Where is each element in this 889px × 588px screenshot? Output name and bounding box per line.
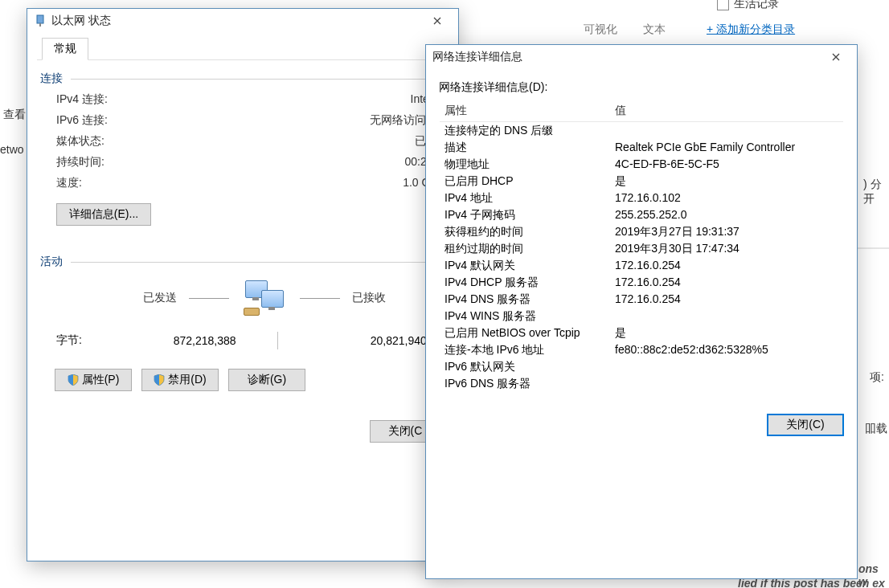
property-cell: 连接特定的 DNS 后缀: [440, 122, 610, 139]
status-titlebar[interactable]: 以太网 状态: [27, 9, 458, 33]
grid-header[interactable]: 属性 值: [440, 100, 843, 122]
arrow-left-icon: [189, 298, 229, 299]
ipv6-conn-label: IPv6 连接:: [56, 113, 108, 128]
table-row[interactable]: 连接特定的 DNS 后缀: [440, 122, 843, 139]
table-row[interactable]: IPv6 DNS 服务器: [440, 375, 843, 392]
bg-right-3: 吅载: [865, 422, 887, 436]
col-header-property[interactable]: 属性: [440, 102, 610, 120]
details-close-button[interactable]: 关闭(C): [767, 414, 844, 436]
property-cell: IPv4 子网掩码: [440, 206, 610, 223]
property-cell: 获得租约的时间: [440, 223, 610, 240]
close-icon: [832, 53, 840, 61]
table-row[interactable]: IPv4 地址172.16.0.102: [440, 190, 843, 206]
table-row[interactable]: 租约过期的时间2019年3月30日 17:47:34: [440, 240, 843, 257]
table-row[interactable]: 已启用 NetBIOS over Tcpip是: [440, 325, 843, 341]
shield-icon: [68, 374, 79, 386]
value-cell: 2019年3月27日 19:31:37: [610, 223, 843, 240]
property-cell: IPv6 DNS 服务器: [440, 375, 610, 392]
bytes-label: 字节:: [56, 333, 82, 348]
property-cell: 已启用 DHCP: [440, 173, 610, 190]
property-cell: IPv4 DHCP 服务器: [440, 274, 610, 291]
property-cell: IPv4 DNS 服务器: [440, 291, 610, 308]
ethernet-icon: [34, 14, 47, 27]
ipv4-conn-label: IPv4 连接:: [56, 92, 108, 107]
value-cell: 172.16.0.102: [610, 190, 843, 206]
value-cell: [610, 375, 843, 392]
details-button[interactable]: 详细信息(E)...: [56, 203, 151, 226]
value-cell: [610, 122, 843, 139]
property-cell: 租约过期的时间: [440, 240, 610, 257]
property-cell: IPv6 默认网关: [440, 358, 610, 375]
speed-label: 速度:: [56, 176, 82, 190]
duration-label: 持续时间:: [56, 155, 104, 169]
disable-button-label: 禁用(D): [168, 373, 206, 387]
property-cell: 描述: [440, 139, 610, 156]
property-cell: 连接-本地 IPv6 地址: [440, 341, 610, 358]
sent-label: 已发送: [56, 291, 177, 305]
col-header-value[interactable]: 值: [610, 102, 843, 120]
value-cell: 4C-ED-FB-6E-5C-F5: [610, 156, 843, 173]
status-title: 以太网 状态: [51, 14, 420, 28]
ethernet-status-dialog: 以太网 状态 常规 连接 IPv4 连接:Internet IPv6 连接:无网…: [27, 8, 459, 561]
value-cell: [610, 358, 843, 375]
value-cell: 2019年3月30日 17:47:34: [610, 240, 843, 257]
disable-button[interactable]: 禁用(D): [141, 369, 219, 391]
separator: [277, 332, 278, 349]
divider: [71, 262, 449, 263]
value-cell: 172.16.0.254: [610, 274, 843, 291]
properties-button[interactable]: 属性(P): [55, 369, 132, 391]
bytes-sent: 872,218,388: [124, 334, 236, 347]
network-computers-icon: [242, 279, 287, 317]
bg-right-1: ) 分开: [863, 178, 889, 206]
svg-rect-0: [37, 15, 43, 23]
property-cell: 已启用 NetBIOS over Tcpip: [440, 325, 610, 341]
arrow-right-icon: [300, 298, 340, 299]
details-titlebar[interactable]: 网络连接详细信息: [426, 45, 857, 69]
table-row[interactable]: 描述Realtek PCIe GbE Family Controller: [440, 139, 843, 156]
table-row[interactable]: IPv4 DHCP 服务器172.16.0.254: [440, 274, 843, 291]
table-row[interactable]: IPv4 默认网关172.16.0.254: [440, 257, 843, 274]
property-cell: IPv4 地址: [440, 190, 610, 206]
property-cell: IPv4 默认网关: [440, 257, 610, 274]
details-label: 网络连接详细信息(D):: [439, 80, 844, 95]
bg-right-2: 项:: [870, 370, 884, 385]
value-cell: 172.16.0.254: [610, 291, 843, 308]
group-connection: 连接: [40, 71, 63, 86]
close-button[interactable]: [420, 9, 455, 33]
value-cell: Realtek PCIe GbE Family Controller: [610, 139, 843, 156]
media-state-label: 媒体状态:: [56, 134, 104, 149]
details-grid: 属性 值 连接特定的 DNS 后缀描述Realtek PCIe GbE Fami…: [439, 100, 844, 393]
value-cell: 是: [610, 173, 843, 190]
tab-general[interactable]: 常规: [42, 38, 88, 60]
value-cell: [610, 308, 843, 325]
property-cell: IPv4 WINS 服务器: [440, 308, 610, 325]
value-cell: 172.16.0.254: [610, 257, 843, 274]
table-row[interactable]: 已启用 DHCP是: [440, 173, 843, 190]
checkbox-label: 生活记录: [734, 0, 779, 10]
tab-strip: 常规: [37, 38, 449, 60]
bg-left-1: 查看: [3, 108, 26, 122]
close-button[interactable]: [818, 45, 854, 69]
table-row[interactable]: IPv4 DNS 服务器172.16.0.254: [440, 291, 843, 308]
table-row[interactable]: 连接-本地 IPv6 地址fe80::88c2:de52:d362:5328%5: [440, 341, 843, 358]
value-cell: 255.255.252.0: [610, 206, 843, 223]
bg-tab-text[interactable]: 文本: [643, 22, 666, 37]
properties-button-label: 属性(P): [82, 373, 120, 387]
table-row[interactable]: IPv4 子网掩码255.255.252.0: [440, 206, 843, 223]
value-cell: fe80::88c2:de52:d362:5328%5: [610, 341, 843, 358]
add-category-link[interactable]: + 添加新分类目录: [707, 22, 795, 37]
network-details-dialog: 网络连接详细信息 网络连接详细信息(D): 属性 值 连接特定的 DNS 后缀描…: [425, 44, 858, 579]
checkbox-icon: [717, 0, 729, 10]
bg-left-2: etwo: [0, 143, 24, 156]
table-row[interactable]: IPv4 WINS 服务器: [440, 308, 843, 325]
table-row[interactable]: 物理地址4C-ED-FB-6E-5C-F5: [440, 156, 843, 173]
divider: [71, 79, 449, 80]
close-icon: [433, 17, 441, 25]
table-row[interactable]: IPv6 默认网关: [440, 358, 843, 375]
property-cell: 物理地址: [440, 156, 610, 173]
diagnose-button[interactable]: 诊断(G): [228, 369, 305, 391]
group-activity: 活动: [40, 255, 63, 269]
bg-tab-vis[interactable]: 可视化: [584, 22, 617, 37]
shield-icon: [154, 374, 165, 386]
table-row[interactable]: 获得租约的时间2019年3月27日 19:31:37: [440, 223, 843, 240]
